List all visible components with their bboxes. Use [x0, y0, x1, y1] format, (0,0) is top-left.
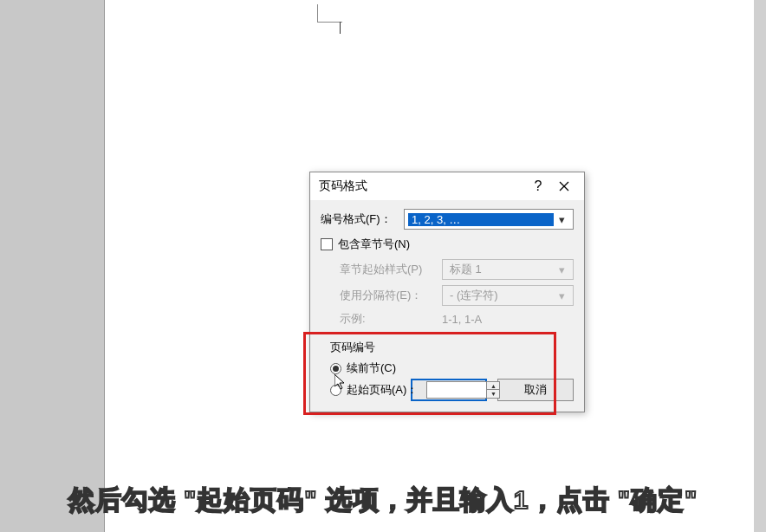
- close-button[interactable]: [551, 174, 577, 198]
- spinner-up-button[interactable]: ▲: [487, 382, 499, 390]
- continue-previous-radio[interactable]: [330, 363, 341, 374]
- number-format-label: 编号格式(F)：: [321, 211, 404, 227]
- page-numbering-group-label: 页码编号: [330, 340, 529, 355]
- separator-value: - (连字符): [446, 288, 554, 303]
- dialog-body: 编号格式(F)： 1, 2, 3, … ▾ 包含章节号(N) 章节起始样式(P)…: [310, 200, 584, 375]
- video-caption: 然后勾选 "起始页码" 选项，并且输入1，点击 "确定": [0, 483, 766, 518]
- start-at-input[interactable]: [426, 381, 487, 399]
- chapter-style-combo: 标题 1 ▾: [442, 259, 574, 280]
- chevron-down-icon: ▾: [554, 210, 569, 229]
- dialog-title: 页码格式: [319, 178, 525, 194]
- example-label: 示例:: [340, 311, 442, 327]
- include-chapter-row: 包含章节号(N): [321, 237, 574, 252]
- number-format-value: 1, 2, 3, …: [408, 213, 554, 226]
- start-at-radio[interactable]: [330, 385, 341, 396]
- chapter-style-value: 标题 1: [446, 262, 554, 277]
- chevron-down-icon: ▾: [554, 260, 569, 279]
- continue-previous-row: 续前节(C): [330, 360, 529, 376]
- app-left-panel: [0, 0, 104, 532]
- highlight-frame: 页码编号 续前节(C) 起始页码(A)： ▲ ▼: [303, 332, 556, 415]
- chevron-down-icon: ▾: [554, 286, 569, 305]
- help-button[interactable]: ?: [525, 174, 551, 198]
- page-number-format-dialog: 页码格式 ? 编号格式(F)： 1, 2, 3, … ▾ 包含章节号(N) 章节…: [309, 172, 585, 412]
- number-format-row: 编号格式(F)： 1, 2, 3, … ▾: [321, 209, 574, 230]
- close-icon: [559, 181, 569, 191]
- chapter-options: 章节起始样式(P) 标题 1 ▾ 使用分隔符(E)： - (连字符) ▾ 示例:…: [321, 259, 574, 327]
- right-edge: [754, 0, 766, 532]
- spinner-down-button[interactable]: ▼: [487, 390, 499, 398]
- chapter-style-label: 章节起始样式(P): [340, 262, 442, 277]
- start-at-label: 起始页码(A)：: [347, 382, 418, 398]
- separator-combo: - (连字符) ▾: [442, 285, 574, 306]
- page-corner-mark: [317, 4, 343, 30]
- include-chapter-checkbox[interactable]: [321, 238, 333, 250]
- separator-label: 使用分隔符(E)：: [340, 288, 442, 303]
- start-at-spinner: ▲ ▼: [426, 381, 500, 399]
- start-at-row: 起始页码(A)： ▲ ▼: [330, 381, 529, 399]
- example-value: 1-1, 1-A: [442, 313, 544, 326]
- include-chapter-label: 包含章节号(N): [338, 237, 410, 252]
- dialog-titlebar: 页码格式 ?: [310, 172, 584, 200]
- number-format-combo[interactable]: 1, 2, 3, … ▾: [404, 209, 574, 230]
- continue-previous-label: 续前节(C): [347, 360, 396, 376]
